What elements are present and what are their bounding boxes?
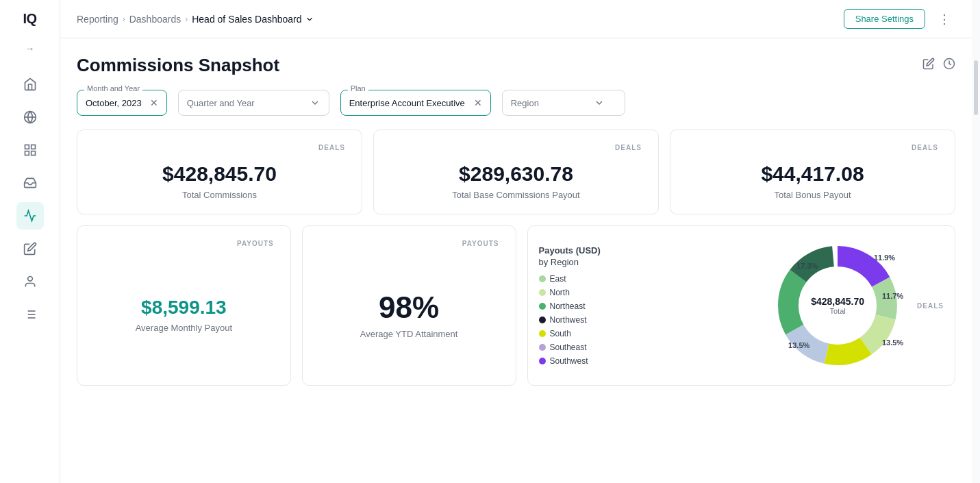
app-logo: IQ: [23, 11, 36, 27]
north-label: North: [550, 288, 570, 297]
total-base-label: Total Base Commissions Payout: [452, 190, 579, 200]
donut-chart: 17.3% 11.9% 11.7% 13.5% 13.5% $428,845.7…: [769, 237, 906, 374]
donut-center: $428,845.70 Total: [811, 296, 864, 315]
month-year-filter[interactable]: Month and Year October, 2023 ✕: [77, 90, 167, 116]
chart-title: Payouts (USD): [539, 245, 759, 256]
chevron-down-icon: [310, 97, 321, 108]
total-bonus-card: DEALS $44,417.08 Total Bonus Payout: [670, 129, 955, 214]
segment-label-13-5-l: 13.5%: [788, 341, 809, 349]
card-tag-0: DEALS: [94, 144, 345, 151]
sidebar-collapse-button[interactable]: →: [19, 38, 41, 60]
more-options-button[interactable]: ⋮: [933, 8, 955, 30]
donut-total-value: $428,845.70: [811, 296, 864, 307]
donut-total-label: Total: [811, 307, 864, 315]
breadcrumb: Reporting › Dashboards › Head of Sales D…: [77, 14, 314, 25]
avg-monthly-value: $8,599.13: [141, 297, 227, 319]
card-tag-1: DEALS: [390, 144, 642, 151]
month-year-value: October, 2023: [86, 98, 142, 108]
sidebar-item-inbox[interactable]: [16, 169, 44, 197]
plan-value: Enterprise Account Executive: [349, 98, 466, 108]
topnav-actions: Share Settings ⋮: [844, 8, 955, 30]
quarter-year-filter[interactable]: Quarter and Year: [178, 90, 329, 116]
avg-ytd-label: Average YTD Attainment: [360, 329, 458, 339]
sidebar-item-home[interactable]: [16, 71, 44, 98]
southwest-dot: [539, 358, 546, 364]
main-content: Reporting › Dashboards › Head of Sales D…: [60, 0, 972, 483]
avg-ytd-value: 98%: [379, 290, 439, 325]
legend-southwest: Southwest: [539, 356, 759, 366]
legend-south: South: [539, 329, 759, 338]
top-nav: Reporting › Dashboards › Head of Sales D…: [60, 0, 972, 38]
southwest-label: Southwest: [550, 356, 588, 366]
legend-east: East: [539, 274, 759, 284]
cards-row-1: DEALS $428,845.70 Total Commissions DEAL…: [77, 129, 955, 214]
scrollbar-track[interactable]: [972, 0, 980, 483]
northeast-dot: [539, 303, 546, 310]
filters-bar: Month and Year October, 2023 ✕ Quarter a…: [77, 90, 955, 116]
chart-legend: East North Northeast Northwest: [539, 274, 759, 366]
payouts-tag-1: PAYOUTS: [94, 240, 274, 247]
region-placeholder: Region: [511, 98, 539, 108]
edit-pencil-icon[interactable]: [922, 58, 935, 73]
legend-north: North: [539, 288, 759, 297]
scrollbar-thumb[interactable]: [974, 60, 978, 115]
page-content: Commissions Snapshot Month and Year Octo…: [60, 38, 972, 483]
total-base-commissions-card: DEALS $289,630.78 Total Base Commissions…: [373, 129, 659, 214]
payouts-tag-2: PAYOUTS: [319, 240, 499, 247]
donut-chart-card: Payouts (USD) by Region East North: [527, 225, 956, 386]
legend-northwest: Northwest: [539, 315, 759, 325]
breadcrumb-reporting[interactable]: Reporting: [77, 14, 118, 25]
sidebar-item-chart[interactable]: [16, 202, 44, 230]
page-header-icons: [922, 58, 955, 73]
avg-monthly-label: Average Monthly Payout: [136, 323, 232, 333]
plan-label: Plan: [348, 84, 368, 92]
svg-point-6: [27, 277, 32, 282]
sidebar: IQ →: [0, 0, 60, 483]
plan-clear-icon[interactable]: ✕: [474, 97, 482, 108]
southeast-dot: [539, 344, 546, 351]
northwest-dot: [539, 317, 546, 323]
sidebar-item-list[interactable]: [16, 301, 44, 328]
sidebar-item-grid[interactable]: [16, 136, 44, 164]
total-bonus-label: Total Bonus Payout: [774, 190, 851, 200]
page-title: Commissions Snapshot: [77, 55, 279, 76]
avg-monthly-payout-card: PAYOUTS $8,599.13 Average Monthly Payout: [77, 225, 291, 386]
legend-southeast: Southeast: [539, 343, 759, 352]
total-bonus-value: $44,417.08: [761, 162, 864, 186]
region-filter[interactable]: Region: [502, 90, 625, 116]
sidebar-item-globe[interactable]: [16, 103, 44, 131]
svg-rect-4: [31, 151, 35, 156]
segment-label-13-5-r: 13.5%: [882, 338, 903, 347]
north-dot: [539, 289, 546, 296]
chart-deals-tag-wrap: DEALS: [917, 297, 944, 315]
month-year-clear-icon[interactable]: ✕: [150, 97, 158, 108]
south-label: South: [550, 329, 571, 338]
east-dot: [539, 275, 546, 282]
row-2-layout: PAYOUTS $8,599.13 Average Monthly Payout…: [77, 225, 955, 386]
svg-rect-2: [25, 145, 29, 149]
page-header: Commissions Snapshot: [77, 55, 955, 76]
share-settings-button[interactable]: Share Settings: [844, 9, 925, 29]
legend-northeast: Northeast: [539, 301, 759, 311]
breadcrumb-sep-2: ›: [185, 14, 188, 24]
avg-ytd-card: PAYOUTS 98% Average YTD Attainment: [302, 225, 516, 386]
svg-rect-5: [25, 151, 29, 156]
card-tag-2: DEALS: [687, 144, 938, 151]
quarter-year-placeholder: Quarter and Year: [187, 98, 255, 108]
breadcrumb-sep-1: ›: [123, 14, 125, 24]
segment-label-17: 17.3%: [796, 262, 818, 270]
segment-label-11-7: 11.7%: [882, 292, 903, 300]
region-chevron-icon: [594, 97, 605, 108]
month-year-label: Month and Year: [84, 84, 142, 92]
total-commissions-card: DEALS $428,845.70 Total Commissions: [77, 129, 362, 214]
sidebar-item-edit[interactable]: [16, 235, 44, 262]
sidebar-item-user[interactable]: [16, 268, 44, 295]
total-commissions-value: $428,845.70: [162, 162, 277, 186]
northwest-label: Northwest: [550, 315, 587, 325]
segment-label-11-9: 11.9%: [874, 253, 895, 262]
breadcrumb-dashboards[interactable]: Dashboards: [129, 14, 181, 25]
breadcrumb-current[interactable]: Head of Sales Dashboard: [192, 14, 314, 25]
plan-filter[interactable]: Plan Enterprise Account Executive ✕: [340, 90, 491, 116]
clock-icon[interactable]: [943, 58, 955, 73]
chart-deals-tag: DEALS: [917, 302, 944, 310]
